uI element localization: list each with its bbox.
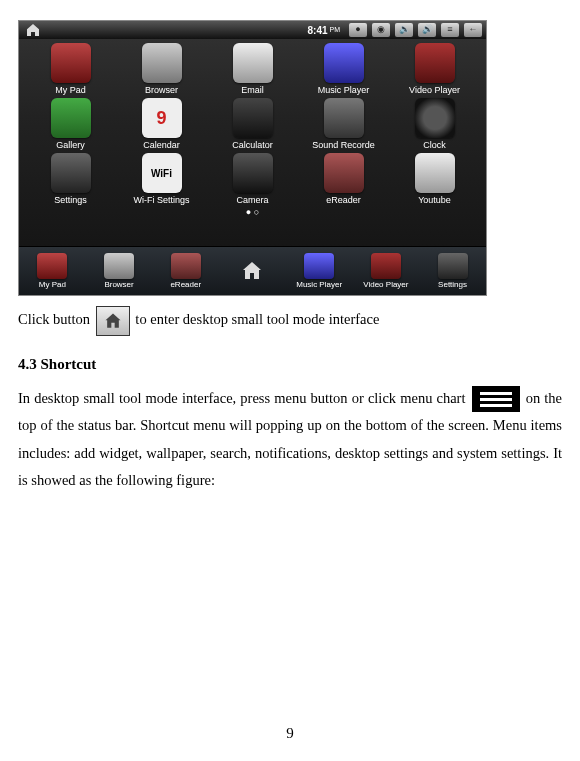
app-label: Settings: [31, 195, 111, 206]
app-label: Clock: [395, 140, 475, 151]
app-ereader[interactable]: eReader: [304, 153, 384, 206]
intro-line: Click button to enter desktop small tool…: [18, 306, 562, 336]
music-icon: [324, 43, 364, 83]
app-youtube[interactable]: Youtube: [395, 153, 475, 206]
calendar-icon: 9: [142, 98, 182, 138]
music-icon: [304, 253, 334, 279]
app-label: eReader: [304, 195, 384, 206]
dock-music[interactable]: Music Player: [289, 253, 349, 290]
app-browser[interactable]: Browser: [122, 43, 202, 96]
app-video[interactable]: Video Player: [395, 43, 475, 96]
status-bar: 8:41 PM ● ◉ 🔈 🔊 ≡ ←: [19, 21, 486, 39]
ereader-icon: [324, 153, 364, 193]
app-label: Calendar: [122, 140, 202, 151]
dock-settings[interactable]: Settings: [423, 253, 483, 290]
settings-icon: [438, 253, 468, 279]
app-label: My Pad: [31, 85, 111, 96]
dock-label: Music Player: [289, 279, 349, 290]
browser-icon: [104, 253, 134, 279]
app-label: Sound Recorde: [304, 140, 384, 151]
dock-home[interactable]: [222, 258, 282, 284]
calc-icon: [233, 98, 273, 138]
app-label: Calculator: [213, 140, 293, 151]
statusbar-back-icon[interactable]: ←: [464, 23, 482, 37]
clock-icon: [415, 98, 455, 138]
ereader-icon: [171, 253, 201, 279]
statusbar-ampm: PM: [330, 23, 341, 36]
mypad-icon: [51, 43, 91, 83]
app-label: Gallery: [31, 140, 111, 151]
page-number: 9: [0, 719, 580, 748]
app-calendar[interactable]: 9Calendar: [122, 98, 202, 151]
email-icon: [233, 43, 273, 83]
app-email[interactable]: Email: [213, 43, 293, 96]
dock-label: eReader: [156, 279, 216, 290]
page-indicator: ● ○: [19, 208, 486, 216]
statusbar-voldown-icon[interactable]: 🔈: [395, 23, 413, 37]
app-calc[interactable]: Calculator: [213, 98, 293, 151]
mypad-icon: [37, 253, 67, 279]
intro-text-b: to enter desktop small tool mode interfa…: [135, 311, 379, 327]
tablet-screenshot: 8:41 PM ● ◉ 🔈 🔊 ≡ ← My PadBrowserEmailMu…: [18, 20, 487, 296]
dock-browser[interactable]: Browser: [89, 253, 149, 290]
dock-label: My Pad: [22, 279, 82, 290]
camera-icon: [233, 153, 273, 193]
statusbar-mic-icon[interactable]: ●: [349, 23, 367, 37]
app-gallery[interactable]: Gallery: [31, 98, 111, 151]
statusbar-volup-icon[interactable]: 🔊: [418, 23, 436, 37]
app-label: Browser: [122, 85, 202, 96]
record-icon: [324, 98, 364, 138]
statusbar-time: 8:41: [307, 21, 327, 40]
dock-label: Settings: [423, 279, 483, 290]
dock-mypad[interactable]: My Pad: [22, 253, 82, 290]
youtube-icon: [415, 153, 455, 193]
home-icon: [237, 258, 267, 284]
app-label: Wi-Fi Settings: [122, 195, 202, 206]
app-camera[interactable]: Camera: [213, 153, 293, 206]
wifi-icon: WiFi: [142, 153, 182, 193]
app-clock[interactable]: Clock: [395, 98, 475, 151]
gallery-icon: [51, 98, 91, 138]
app-label: Camera: [213, 195, 293, 206]
statusbar-menu-icon[interactable]: ≡: [441, 23, 459, 37]
para-text-a: In desktop small tool mode interface, pr…: [18, 390, 465, 406]
app-label: Youtube: [395, 195, 475, 206]
app-mypad[interactable]: My Pad: [31, 43, 111, 96]
app-label: Music Player: [304, 85, 384, 96]
home-button-icon: [96, 306, 130, 336]
settings-icon: [51, 153, 91, 193]
dock-video[interactable]: Video Player: [356, 253, 416, 290]
app-wifi[interactable]: WiFiWi-Fi Settings: [122, 153, 202, 206]
dock: My PadBrowsereReaderMusic PlayerVideo Pl…: [19, 246, 486, 295]
app-record[interactable]: Sound Recorde: [304, 98, 384, 151]
app-music[interactable]: Music Player: [304, 43, 384, 96]
dock-label: Video Player: [356, 279, 416, 290]
app-settings[interactable]: Settings: [31, 153, 111, 206]
app-label: Email: [213, 85, 293, 96]
video-icon: [371, 253, 401, 279]
section-heading: 4.3 Shortcut: [18, 350, 562, 379]
dock-label: Browser: [89, 279, 149, 290]
app-grid: My PadBrowserEmailMusic PlayerVideo Play…: [19, 39, 486, 208]
shortcut-paragraph: In desktop small tool mode interface, pr…: [18, 385, 562, 495]
intro-text-a: Click button: [18, 311, 90, 327]
statusbar-camera-icon[interactable]: ◉: [372, 23, 390, 37]
browser-icon: [142, 43, 182, 83]
app-label: Video Player: [395, 85, 475, 96]
dock-ereader[interactable]: eReader: [156, 253, 216, 290]
video-icon: [415, 43, 455, 83]
statusbar-home-icon[interactable]: [23, 22, 43, 38]
menu-chart-icon: [472, 386, 520, 412]
